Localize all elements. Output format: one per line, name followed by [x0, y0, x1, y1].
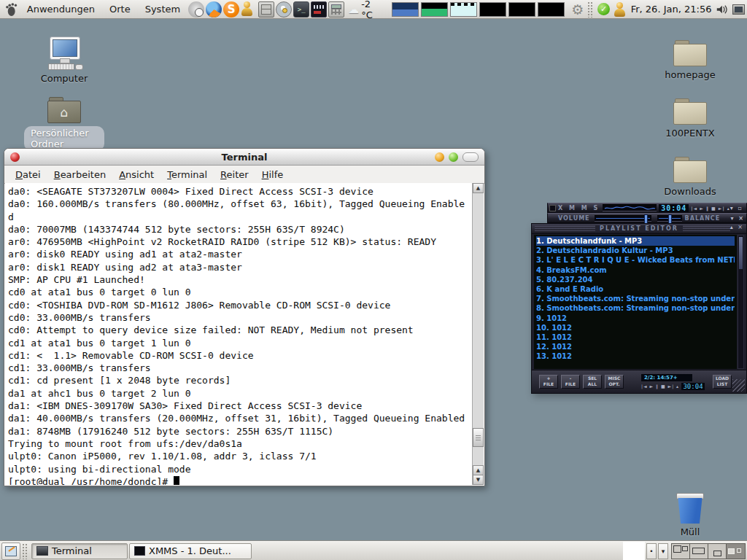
select-all-button[interactable]: SELALL: [583, 375, 602, 389]
menu-system[interactable]: System: [138, 0, 187, 18]
playlist-mini-transport[interactable]: |◄ ► ‖ ■ ►| ▴: [641, 384, 679, 389]
playlist-entry[interactable]: 2. Deutschlandradio Kultur - MP3: [536, 246, 735, 255]
xmms-main-window[interactable]: X M M S 30:04 |◄ ► ‖ ■ ►| ▴ ▾ ▫ ×: [547, 203, 747, 213]
scrollbar-thumb[interactable]: [473, 428, 484, 447]
terminal-scrollbar[interactable]: ▲ ▲ ▼: [472, 183, 484, 485]
display-applet-icon[interactable]: [732, 4, 745, 15]
workspace-1[interactable]: [672, 544, 690, 559]
pager-arrow-button[interactable]: ▾: [658, 543, 668, 559]
load-graph[interactable]: [508, 2, 535, 17]
taskbar-handle[interactable]: [22, 543, 28, 559]
playlist-entry[interactable]: 5. 80.237.204: [536, 275, 735, 284]
file-manager-launcher-icon[interactable]: [258, 1, 274, 18]
xmms-launcher-icon[interactable]: [311, 1, 327, 18]
system-monitor-applet[interactable]: [392, 2, 565, 17]
clock-label[interactable]: Fr, 26. Jan, 21:56: [631, 4, 712, 15]
task-button-terminal[interactable]: Terminal: [31, 543, 128, 559]
weather-applet[interactable]: ☁ -2 °C: [348, 0, 384, 20]
volume-slider-thumb[interactable]: [644, 214, 648, 224]
swap-graph[interactable]: [479, 2, 506, 17]
terminal-titlebar[interactable]: Terminal: [4, 149, 484, 166]
user-applet-icon[interactable]: [614, 2, 625, 17]
balance-slider-thumb[interactable]: [668, 214, 672, 224]
xmms-equalizer-window[interactable]: VOLUME BALANCE ▾ ×: [547, 213, 747, 223]
contacts-launcher-icon[interactable]: [241, 1, 257, 18]
playlist-time-display[interactable]: 30:04: [681, 383, 705, 390]
menu-ansicht[interactable]: Ansicht: [112, 169, 160, 180]
remove-file-button[interactable]: -FILE: [561, 375, 580, 389]
close-button[interactable]: [10, 152, 20, 162]
resize-grip[interactable]: [732, 379, 745, 392]
workspace-4[interactable]: [727, 544, 745, 559]
playlist-entry[interactable]: 10. 1012: [536, 323, 735, 332]
skype-launcher-icon[interactable]: S: [223, 1, 239, 18]
scroll-down-icon[interactable]: ▼: [473, 475, 484, 485]
menu-orte[interactable]: Orte: [102, 0, 138, 18]
playlist-entry[interactable]: 13. 1012: [536, 351, 735, 361]
scroll-up-icon[interactable]: ▲: [473, 183, 484, 193]
scroll-up-icon[interactable]: ▲: [473, 465, 484, 475]
disk-graph[interactable]: [538, 2, 565, 17]
desktop-icon-downloads[interactable]: Downloads: [650, 157, 730, 197]
show-desktop-button[interactable]: [1, 542, 20, 560]
playlist-entry[interactable]: 8. Smoothbeats.com: Streaming non-stop u…: [536, 303, 735, 313]
terminal-content[interactable]: da0: <SEAGATE ST373207LW 0004> Fixed Dir…: [5, 183, 484, 485]
cd-burner-launcher-icon[interactable]: [276, 1, 292, 18]
playlist-entry[interactable]: 12. 1012: [536, 342, 735, 351]
playlist-entry[interactable]: 7. Smoothbeats.com: Streaming non-stop u…: [536, 294, 735, 303]
workspace-2[interactable]: [690, 544, 708, 559]
desktop-icon-computer[interactable]: Computer: [24, 36, 104, 84]
menu-anwendungen[interactable]: Anwendungen: [20, 0, 102, 18]
playlist-shade-icon[interactable]: ▴: [730, 224, 735, 230]
desktop-icon-100pentx[interactable]: 100PENTX: [650, 98, 730, 139]
xmms-window-icon[interactable]: ▫: [738, 205, 743, 211]
playlist-scrollbar-thumb[interactable]: [739, 237, 743, 269]
playlist-entry[interactable]: 1. Deutschlandfunk - MP3: [536, 236, 735, 246]
misc-options-button[interactable]: MISCOPT.: [605, 375, 624, 389]
playlist-entry[interactable]: 11. 1012: [536, 332, 735, 342]
playlist-entry[interactable]: 3. L' E L E C T R I Q U E - Wicked Beats…: [536, 255, 735, 265]
playlist-entry[interactable]: 6. K and E Radio: [536, 284, 735, 294]
calculator-launcher-icon[interactable]: [328, 1, 344, 18]
eq-close-icon[interactable]: ×: [738, 215, 745, 222]
terminal-launcher-icon[interactable]: >_: [293, 1, 309, 18]
xmms-shade-icon[interactable]: ▾: [730, 205, 735, 211]
playlist-entry[interactable]: 4. BreaksFM.com: [536, 265, 735, 275]
balance-slider[interactable]: [657, 215, 682, 222]
desktop-icon-trash[interactable]: Müll: [650, 493, 730, 537]
workspace-3[interactable]: [708, 544, 727, 559]
playlist-entry[interactable]: 9. 1012: [536, 314, 735, 323]
add-file-button[interactable]: +FILE: [539, 375, 558, 389]
maximize-button[interactable]: [449, 152, 458, 162]
xmms-time-display[interactable]: 30:04: [659, 204, 689, 212]
desktop-icon-home[interactable]: ⌂ Persönlicher Ordner: [24, 97, 104, 151]
xmms-seekbar[interactable]: [603, 204, 657, 211]
update-notifier-icon[interactable]: ✓: [597, 3, 610, 15]
cpu-graph[interactable]: [392, 2, 419, 17]
menu-terminal[interactable]: Terminal: [160, 169, 214, 180]
volume-speaker-icon[interactable]: [716, 4, 729, 15]
menu-reiter[interactable]: Reiter: [214, 169, 255, 180]
menu-hilfe[interactable]: Hilfe: [255, 169, 290, 180]
pager-dot-button[interactable]: •: [646, 543, 657, 559]
menu-bearbeiten[interactable]: Bearbeiten: [47, 169, 112, 180]
eq-shade-icon[interactable]: ▾: [730, 215, 735, 222]
task-button-xmms[interactable]: XMMS - 1. Deut...: [129, 543, 252, 559]
load-list-button[interactable]: LOADLIST: [713, 375, 732, 389]
playlist-titlebar[interactable]: PLAYLIST EDITOR ▴ ×: [532, 224, 746, 234]
desktop-icon-homepage[interactable]: homepage: [650, 40, 730, 80]
memory-graph[interactable]: [421, 2, 448, 17]
gnome-foot-icon[interactable]: [4, 2, 18, 17]
panel-handle[interactable]: [587, 1, 594, 18]
network-graph[interactable]: [450, 2, 477, 17]
playlist-entries[interactable]: 1. Deutschlandfunk - MP32. Deutschlandra…: [534, 235, 737, 369]
menu-datei[interactable]: Datei: [9, 169, 47, 180]
xmms-transport-buttons[interactable]: |◄ ► ‖ ■ ►| ▴: [691, 206, 729, 211]
playlist-scrollbar[interactable]: [738, 235, 744, 369]
gear-icon[interactable]: ⚙: [571, 1, 584, 18]
playlist-close-icon[interactable]: ×: [738, 224, 744, 230]
shade-button[interactable]: [462, 152, 479, 162]
firefox-launcher-icon[interactable]: [206, 1, 222, 18]
minimize-button[interactable]: [435, 152, 444, 162]
volume-slider[interactable]: [595, 215, 651, 222]
